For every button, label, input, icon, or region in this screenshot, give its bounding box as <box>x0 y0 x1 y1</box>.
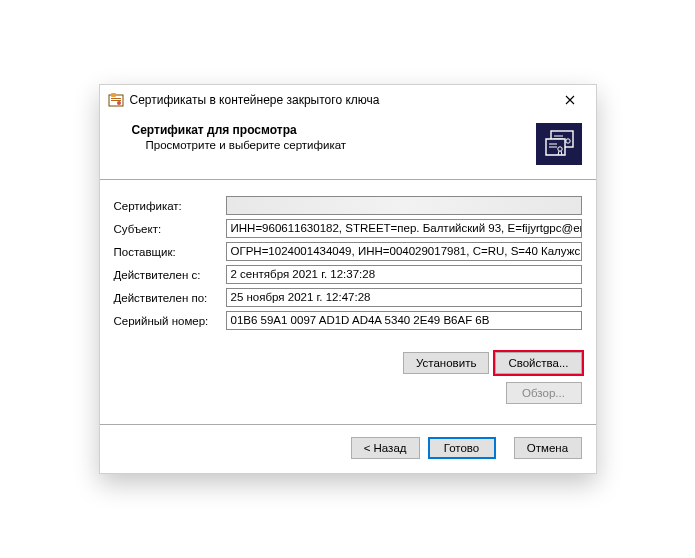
valid-from-label: Действителен с: <box>114 269 226 281</box>
finish-button[interactable]: Готово <box>428 437 496 459</box>
window-title: Сертификаты в контейнере закрытого ключа <box>130 93 548 107</box>
header-subtitle: Просмотрите и выберите сертификат <box>132 139 536 151</box>
valid-from-value: 2 сентября 2021 г. 12:37:28 <box>226 265 582 284</box>
subject-label: Субъект: <box>114 223 226 235</box>
cert-label: Сертификат: <box>114 200 226 212</box>
cert-value <box>226 196 582 215</box>
issuer-label: Поставщик: <box>114 246 226 258</box>
properties-button[interactable]: Свойства... <box>495 352 581 374</box>
titlebar: Сертификаты в контейнере закрытого ключа <box>100 85 596 115</box>
valid-to-value: 25 ноября 2021 г. 12:47:28 <box>226 288 582 307</box>
header-title: Сертификат для просмотра <box>132 123 536 137</box>
browse-button: Обзор... <box>506 382 582 404</box>
issuer-value: ОГРН=1024001434049, ИНН=004029017981, C=… <box>226 242 582 261</box>
serial-label: Серийный номер: <box>114 315 226 327</box>
valid-to-label: Действителен по: <box>114 292 226 304</box>
cancel-button[interactable]: Отмена <box>514 437 582 459</box>
svg-rect-1 <box>111 93 116 97</box>
back-button[interactable]: < Назад <box>351 437 420 459</box>
wizard-header: Сертификат для просмотра Просмотрите и в… <box>100 115 596 180</box>
certificate-details: Сертификат: Субъект: ИНН=960611630182, S… <box>100 180 596 338</box>
dialog-window: Сертификаты в контейнере закрытого ключа… <box>99 84 597 474</box>
app-icon <box>108 92 124 108</box>
svg-point-8 <box>565 139 569 143</box>
svg-rect-3 <box>111 100 121 101</box>
certificate-icon <box>536 123 582 165</box>
subject-value: ИНН=960611630182, STREET=пер. Балтийский… <box>226 219 582 238</box>
svg-point-4 <box>117 101 121 105</box>
install-button[interactable]: Установить <box>403 352 489 374</box>
svg-rect-2 <box>111 98 121 99</box>
close-button[interactable] <box>548 86 592 114</box>
wizard-footer: < Назад Готово Отмена <box>100 425 596 473</box>
serial-value: 01B6 59A1 0097 AD1D AD4A 5340 2E49 B6AF … <box>226 311 582 330</box>
